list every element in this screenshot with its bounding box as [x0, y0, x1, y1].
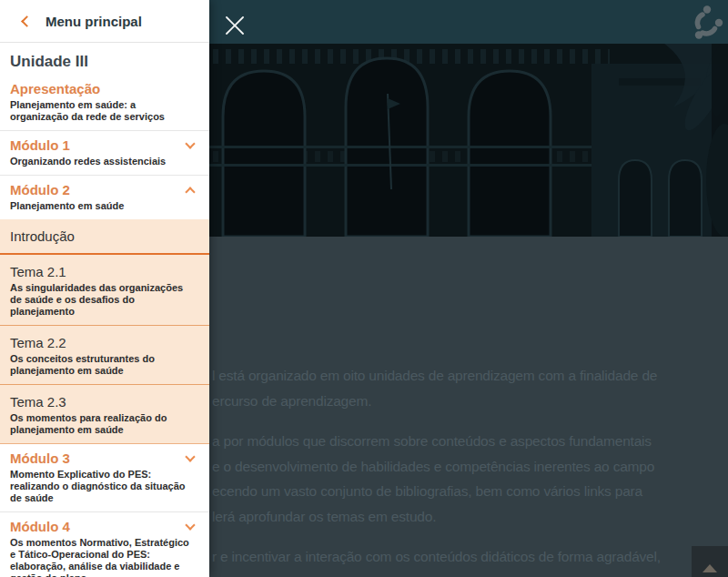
text-line: lerá aprofundar os temas em estudo. — [212, 504, 722, 530]
item-subtitle: Planejamento em saúde — [10, 200, 198, 212]
menu-item-modulo-2[interactable]: Módulo 2 Planejamento em saúde — [0, 176, 209, 219]
item-subtitle: Momento Explicativo do PES: realizando o… — [10, 469, 198, 504]
text-line: e o desenvolvimento de habilidades e com… — [212, 454, 722, 480]
back-button[interactable] — [19, 15, 35, 27]
submenu-subtitle: Os momentos para realização do planejame… — [10, 412, 198, 440]
scroll-to-top-button[interactable] — [692, 546, 728, 577]
submenu-item-tema-2-3[interactable]: Tema 2.3 Os momentos para realização do … — [0, 385, 209, 444]
text-line: r e incentivar a interação com os conteú… — [212, 544, 722, 570]
submenu-title: Introdução — [10, 228, 198, 245]
chevron-down-icon — [185, 520, 195, 530]
text-line: ercurso de aprendizagem. — [212, 389, 722, 414]
submenu-subtitle: As singularidades das organizações de sa… — [10, 282, 198, 321]
chevron-down-icon — [185, 451, 195, 461]
paragraph-2: a por módulos que discorrem sobre conteú… — [212, 429, 722, 529]
item-title: Módulo 1 — [10, 137, 70, 154]
paragraph-3: r e incentivar a interação com os conteú… — [212, 544, 722, 577]
unit-label: Unidade III — [0, 43, 209, 75]
submenu-subtitle: Os conceitos estruturantes do planejamen… — [10, 353, 198, 380]
text-line: l está organizado em oito unidades de ap… — [212, 363, 722, 389]
text-line: ecendo um vasto conjunto de bibliografia… — [212, 479, 722, 504]
submenu-title: Tema 2.2 — [10, 334, 198, 351]
item-title: Módulo 2 — [10, 182, 70, 198]
submenu-item-tema-2-1[interactable]: Tema 2.1 As singularidades das organizaç… — [0, 255, 209, 326]
header-building-image — [209, 44, 728, 237]
page-body-text: l está organizado em oito unidades de ap… — [212, 363, 722, 577]
close-icon — [222, 13, 248, 38]
menu-header: Menu principal — [0, 0, 209, 43]
page: l está organizado em oito unidades de ap… — [0, 0, 728, 577]
submenu-title: Tema 2.3 — [10, 393, 198, 410]
submenu-item-introducao[interactable]: Introdução — [0, 219, 209, 255]
item-subtitle: Os momentos Normativo, Estratégico e Tát… — [10, 537, 198, 577]
menu-item-modulo-3[interactable]: Módulo 3 Momento Explicativo do PES: rea… — [0, 444, 209, 512]
text-line: do estimular o debate qualificado mediad… — [212, 570, 722, 577]
brand-logo-icon — [693, 5, 723, 41]
menu-item-modulo-1[interactable]: Módulo 1 Organizando redes assistenciais — [0, 131, 209, 176]
menu-item-apresentacao[interactable]: Apresentação Planejamento em saúde: a or… — [0, 75, 209, 131]
item-title: Módulo 3 — [10, 450, 70, 467]
submenu-item-tema-2-2[interactable]: Tema 2.2 Os conceitos estruturantes do p… — [0, 326, 209, 385]
item-subtitle: Organizando redes assistenciais — [10, 156, 198, 167]
item-subtitle: Planejamento em saúde: a organização da … — [10, 99, 198, 123]
close-menu-button[interactable] — [222, 13, 248, 38]
text-line: a por módulos que discorrem sobre conteú… — [212, 429, 722, 454]
item-title: Apresentação — [10, 81, 198, 97]
paragraph-1: l está organizado em oito unidades de ap… — [212, 363, 722, 413]
chevron-down-icon — [185, 138, 195, 148]
menu-sidebar: Menu principal Unidade III Apresentação … — [0, 0, 209, 577]
triangle-up-icon — [703, 564, 717, 572]
item-title: Módulo 4 — [10, 519, 70, 535]
chevron-up-icon — [185, 187, 195, 197]
submenu-title: Tema 2.1 — [10, 263, 198, 280]
menu-title: Menu principal — [46, 14, 142, 29]
modulo-2-submenu: Introdução Tema 2.1 As singularidades da… — [0, 219, 209, 444]
menu-item-modulo-4[interactable]: Módulo 4 Os momentos Normativo, Estratég… — [0, 512, 209, 577]
chevron-left-icon — [21, 15, 33, 27]
